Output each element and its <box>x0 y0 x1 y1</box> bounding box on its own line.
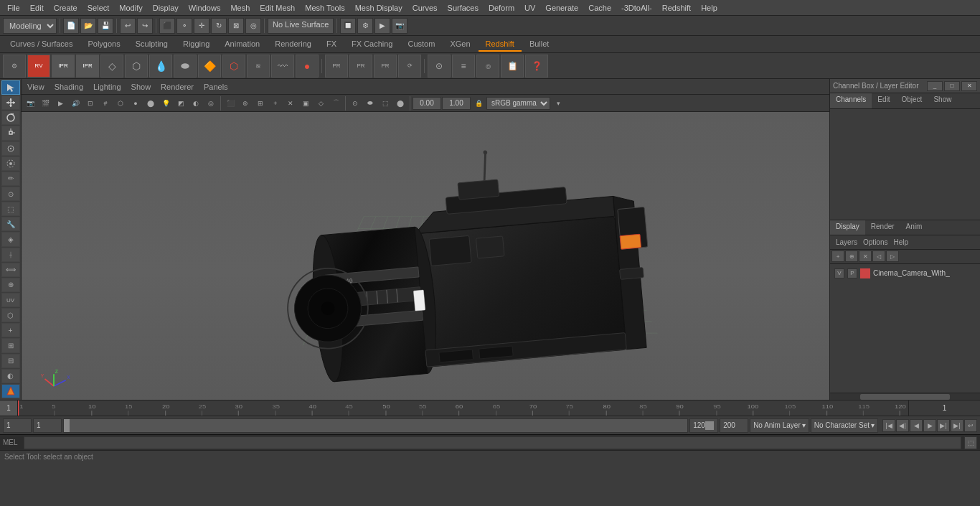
universal-tool[interactable] <box>1 141 20 156</box>
shelf-rs-icon1[interactable]: ◇ <box>100 55 123 78</box>
tab-animation[interactable]: Animation <box>217 37 267 52</box>
vp-xray-btn[interactable]: ⊙ <box>348 96 362 111</box>
vp-nurbs-btn[interactable]: ⊚ <box>238 96 253 111</box>
viewport-menu-show[interactable]: Show <box>128 81 154 93</box>
shelf-rs-ipr2[interactable]: IPR <box>76 55 99 78</box>
anim-slider-thumb[interactable] <box>64 419 70 432</box>
menu-select[interactable]: Select <box>83 2 114 14</box>
tab-fx-caching[interactable]: FX Caching <box>344 37 400 52</box>
render-view-btn[interactable]: 🔲 <box>340 18 356 34</box>
vp-light-btn[interactable]: 💡 <box>159 96 173 111</box>
vp-smooth-btn[interactable]: ⬤ <box>393 96 407 111</box>
timeline[interactable]: 1 1 5 10 15 20 25 30 35 40 45 50 <box>0 400 980 416</box>
extra-tool1[interactable]: + <box>1 323 20 337</box>
redo-btn[interactable]: ↪ <box>137 18 153 34</box>
shelf-pr1[interactable]: PR <box>325 55 348 78</box>
layer-tab-anim[interactable]: Anim <box>900 220 928 235</box>
vp-subdiv-btn[interactable]: ⊞ <box>253 96 268 111</box>
vp-ao-btn[interactable]: ◐ <box>189 96 203 111</box>
shelf-settings-btn[interactable]: ⚙ <box>3 55 26 78</box>
layers-menu[interactable]: Layers <box>833 237 860 248</box>
layer-arrow-left-btn[interactable]: ◁ <box>872 250 885 262</box>
shelf-icon-a[interactable]: ⊙ <box>428 55 451 78</box>
loop-btn[interactable]: ↩ <box>964 419 977 432</box>
max-frame-field[interactable]: 200 <box>720 418 748 433</box>
shelf-rs-icon5[interactable]: 🔶 <box>198 55 221 78</box>
select-tool[interactable] <box>1 80 20 95</box>
shelf-pr3[interactable]: PR <box>374 55 397 78</box>
mode-dropdown[interactable]: Modeling <box>3 18 57 34</box>
menu-cache[interactable]: Cache <box>584 2 616 14</box>
shelf-pr4[interactable]: ⟳ <box>398 55 421 78</box>
undo-btn[interactable]: ↩ <box>120 18 136 34</box>
play-fwd-btn[interactable]: ▶ <box>923 419 936 432</box>
uv-tool[interactable]: UV <box>1 293 20 307</box>
vp-snap1-btn[interactable]: ⊡ <box>83 96 98 111</box>
menu-mesh[interactable]: Mesh <box>226 2 254 14</box>
crease-tool[interactable]: ⟊ <box>1 248 20 262</box>
tab-rigging[interactable]: Rigging <box>176 37 217 52</box>
shelf-rs-icon9[interactable]: ● <box>296 55 319 78</box>
rotation-x-field[interactable] <box>413 97 441 110</box>
channel-tab-object[interactable]: Object <box>896 93 928 108</box>
tab-redshift[interactable]: Redshift <box>479 37 522 52</box>
shelf-rs-icon2[interactable]: ⬡ <box>125 55 148 78</box>
channel-tab-edit[interactable]: Edit <box>872 93 895 108</box>
render-btn[interactable]: ▶ <box>374 18 390 34</box>
vp-bb-btn[interactable]: ⬚ <box>378 96 392 111</box>
panel-close-btn[interactable]: ✕ <box>961 81 977 91</box>
anim-slider[interactable] <box>63 418 688 433</box>
right-panel-scrollbar[interactable] <box>830 393 980 400</box>
vp-dof-btn[interactable]: ◎ <box>204 96 218 111</box>
vp-iso-btn[interactable]: ◇ <box>314 96 328 111</box>
vp-curve-btn[interactable]: ⌒ <box>329 96 343 111</box>
menu-generate[interactable]: Generate <box>541 2 583 14</box>
extra-tool4[interactable]: ◐ <box>1 369 20 383</box>
shelf-rs-icon8[interactable]: 〰 <box>271 55 294 78</box>
move-btn[interactable]: ✛ <box>194 18 209 34</box>
vp-tex-btn[interactable]: ⬤ <box>143 96 158 111</box>
scale-tool[interactable] <box>1 126 20 140</box>
viewport-3d[interactable]: 40 T2.9 <box>22 112 829 400</box>
gamma-select[interactable]: sRGB gamma <box>486 97 550 110</box>
menu-curves[interactable]: Curves <box>408 2 442 14</box>
open-file-btn[interactable]: 📂 <box>80 18 96 34</box>
vp-grid-btn[interactable]: # <box>98 96 113 111</box>
no-anim-layer-dropdown[interactable]: No Anim Layer ▾ <box>750 418 809 433</box>
layer-add-btn[interactable]: + <box>831 250 844 262</box>
menu-3dtoall[interactable]: -3DtoAll- <box>617 2 656 14</box>
viewport-menu-view[interactable]: View <box>24 81 47 93</box>
right-frame-counter[interactable]: 1 <box>908 400 980 416</box>
layer-row[interactable]: V P Cinema_Camera_With_ <box>831 266 979 281</box>
current-frame-field[interactable]: 1 <box>3 418 32 433</box>
scale-btn[interactable]: ⊠ <box>228 18 244 34</box>
viewport-menu-renderer[interactable]: Renderer <box>158 81 197 93</box>
lattice-tool[interactable]: ⬡ <box>1 308 20 322</box>
layer-tab-render[interactable]: Render <box>865 220 900 235</box>
render-settings-btn[interactable]: ⚙ <box>357 18 373 34</box>
go-start-btn[interactable]: |◀ <box>882 419 895 432</box>
move-tool[interactable] <box>1 95 20 110</box>
tab-polygons[interactable]: Polygons <box>80 37 127 52</box>
menu-file[interactable]: File <box>3 2 24 14</box>
no-char-set-dropdown[interactable]: No Character Set ▾ <box>811 418 878 433</box>
cmd-input[interactable] <box>24 436 961 449</box>
cmd-icon-btn[interactable]: ⬚ <box>964 436 977 449</box>
timeline-ruler[interactable]: 1 5 10 15 20 25 30 35 40 45 50 55 60 <box>18 400 908 416</box>
vp-loc-btn[interactable]: ✕ <box>283 96 298 111</box>
layer-add-sel-btn[interactable]: ⊕ <box>845 250 858 262</box>
vp-shade-btn[interactable]: ● <box>128 96 143 111</box>
channel-tab-show[interactable]: Show <box>928 93 957 108</box>
shelf-icon-d[interactable]: 📋 <box>501 55 524 78</box>
menu-display[interactable]: Display <box>149 2 183 14</box>
layer-tab-display[interactable]: Display <box>830 220 865 235</box>
menu-help[interactable]: Help <box>697 2 722 14</box>
menu-redshift[interactable]: Redshift <box>658 2 695 14</box>
snap-tool[interactable]: 🔧 <box>1 217 20 231</box>
vp-audio-btn[interactable]: 🔊 <box>68 96 83 111</box>
vp-wire-btn[interactable]: ⬡ <box>113 96 128 111</box>
shelf-rs-icon7[interactable]: ≋ <box>247 55 270 78</box>
layers-options-menu[interactable]: Options <box>860 237 890 248</box>
layer-color-swatch[interactable] <box>860 268 870 278</box>
tab-rendering[interactable]: Rendering <box>268 37 319 52</box>
